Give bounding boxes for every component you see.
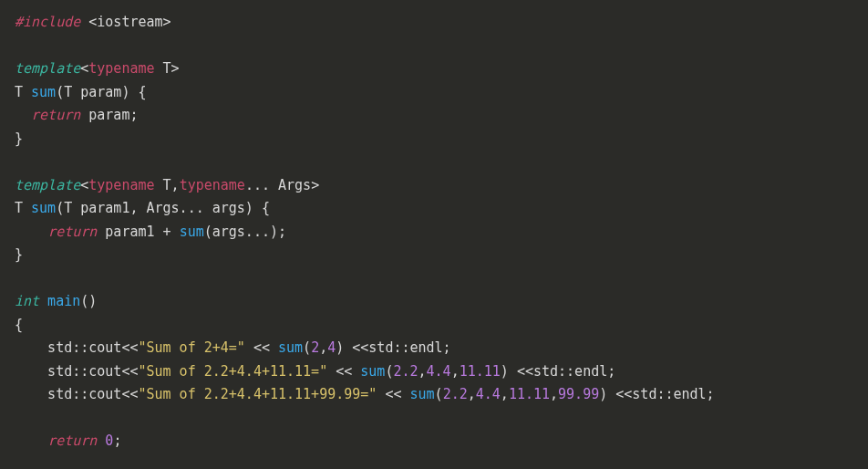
string-literal: "Sum of 2.2+4.4+11.11=" (138, 363, 327, 380)
kw-typename: typename (180, 177, 245, 193)
type-Args: ... Args (245, 177, 311, 193)
params: (T param) { (56, 84, 146, 100)
comma: , (451, 363, 460, 380)
kw-template: template (15, 60, 80, 77)
kw-int: int (15, 293, 39, 309)
sp (97, 433, 105, 449)
ret-T: T (15, 200, 31, 216)
paren-open: ( (435, 386, 443, 402)
type-T: T (155, 60, 171, 77)
params: (T param1, Args... args) { (56, 200, 270, 216)
semicolon: ; (113, 433, 121, 449)
header-iostream: <iostream> (88, 14, 170, 30)
kw-return: return (47, 433, 97, 449)
call-args: (args...); (204, 224, 286, 240)
comma: , (501, 386, 509, 402)
num: 4.4 (476, 386, 501, 402)
func-sum: sum (180, 224, 204, 240)
comma: , (319, 339, 327, 356)
num: 4.4 (427, 363, 451, 380)
stmt-end: ) <<std::endl; (501, 363, 615, 380)
func-sum: sum (31, 200, 56, 216)
ret-T: T (15, 84, 31, 100)
func-sum: sum (360, 363, 385, 380)
num: 11.11 (509, 386, 550, 402)
func-main: main (39, 293, 80, 309)
num: 2.2 (443, 386, 468, 402)
string-literal: "Sum of 2+4=" (138, 339, 244, 356)
stmt: std::cout<< (15, 339, 138, 356)
kw-return: return (47, 224, 97, 240)
ret-param: param; (80, 107, 138, 123)
string-literal: "Sum of 2.2+4.4+11.11+99.99=" (138, 386, 377, 402)
stmt-end: ) <<std::endl; (599, 386, 714, 402)
num: 11.11 (460, 363, 501, 380)
kw-return: return (31, 107, 80, 123)
brace-open: { (15, 317, 23, 333)
num: 2 (311, 339, 319, 356)
brace-close: } (15, 246, 23, 263)
angle-open: < (80, 177, 88, 193)
angle-close: > (311, 177, 319, 193)
stmt: std::cout<< (15, 363, 138, 380)
stmt-end: ) <<std::endl; (336, 339, 450, 356)
comma: , (550, 386, 558, 402)
num: 4 (327, 339, 336, 356)
kw-typename: typename (88, 60, 154, 77)
func-sum: sum (278, 339, 303, 356)
angle-open: < (80, 60, 88, 77)
op: << (327, 363, 360, 380)
kw-typename: typename (88, 177, 154, 193)
comma: , (418, 363, 427, 380)
paren-open: ( (303, 339, 311, 356)
stmt: std::cout<< (15, 386, 138, 402)
angle-close: > (171, 60, 180, 77)
parens: () (80, 293, 97, 309)
kw-template: template (15, 177, 80, 193)
num: 99.99 (558, 386, 599, 402)
type-T: T, (155, 177, 180, 193)
code-block: #include <iostream> template<typename T>… (15, 11, 853, 469)
comma: , (468, 386, 476, 402)
preproc-include: #include (15, 14, 80, 30)
brace-close: } (15, 130, 23, 147)
num: 2.2 (393, 363, 418, 380)
expr: param1 + (97, 224, 179, 240)
func-sum: sum (410, 386, 435, 402)
op: << (377, 386, 409, 402)
op: << (245, 339, 278, 356)
func-sum: sum (31, 84, 56, 100)
